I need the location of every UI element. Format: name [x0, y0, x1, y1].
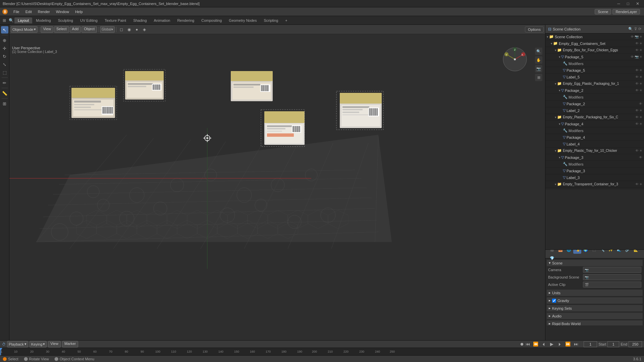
tab-texture-paint[interactable]: Texture Paint: [101, 17, 129, 23]
prop-tab-physics[interactable]: 🌊: [615, 250, 623, 254]
render-icon[interactable]: ☀: [639, 48, 643, 52]
solid-btn[interactable]: ◉: [125, 26, 133, 33]
next-frame-btn[interactable]: ⏩: [564, 341, 572, 348]
outliner-row[interactable]: ▾ 📁 Empty_Transparent_Container_for_3 👁 …: [545, 181, 644, 188]
render-icon[interactable]: ☀: [639, 82, 643, 85]
timeline-view-menu[interactable]: View: [48, 341, 61, 348]
tab-geometry-nodes[interactable]: Geometry Nodes: [225, 17, 260, 23]
tab-sculpting[interactable]: Sculpting: [55, 17, 76, 23]
render-layer-selector[interactable]: RenderLayer: [612, 9, 640, 14]
render-icon[interactable]: ☀: [639, 68, 643, 72]
outliner-row[interactable]: ▾ 📁 Empty_Plastic_Tray_for_10_Chicker 👁 …: [545, 147, 644, 154]
active-clip-value[interactable]: 🎬: [583, 282, 641, 288]
add-tool[interactable]: ⊞: [1, 100, 8, 107]
render-icon[interactable]: ☀: [639, 75, 643, 79]
prop-tab-modifier[interactable]: 🔧: [598, 250, 606, 254]
eye-icon[interactable]: 👁: [630, 35, 634, 39]
gravity-section-header[interactable]: ▸ Gravity: [547, 297, 643, 304]
prop-tab-view-layer[interactable]: 🌐: [565, 250, 573, 254]
background-scene-value[interactable]: 📷: [583, 274, 641, 280]
outliner-row[interactable]: ▽ Package_2 👁: [545, 101, 644, 107]
keying-sets-header[interactable]: ▸ Keying Sets: [547, 305, 643, 311]
tab-rendering[interactable]: Rendering: [174, 17, 198, 23]
viewport[interactable]: Object Mode ▾ View Select Add Object Glo…: [9, 25, 545, 340]
menu-file[interactable]: File: [11, 9, 22, 14]
outliner-row[interactable]: ▾ ▽ Package_1 👁: [545, 188, 644, 189]
timeline-bar[interactable]: 1 10 20 30 40 50 60 70 80 90 100 110 120…: [0, 348, 644, 355]
pan-icon[interactable]: ✋: [535, 56, 542, 64]
vp-add-menu[interactable]: Add: [70, 26, 81, 33]
outliner-row[interactable]: ▾ ▽ Package_3 👁: [545, 154, 644, 161]
prop-tab-constraints[interactable]: 🔗: [624, 250, 632, 254]
jump-end-btn[interactable]: ⏭: [572, 341, 580, 348]
start-frame-input[interactable]: [607, 341, 619, 347]
outliner-row[interactable]: ▽ Package_5 👁 ☀: [545, 67, 644, 74]
jump-start-btn[interactable]: ⏮: [524, 341, 531, 348]
camera-icon[interactable]: 📷: [634, 35, 639, 39]
menu-edit[interactable]: Edit: [23, 9, 35, 14]
outliner-row[interactable]: 🔧 Modifiers: [545, 60, 644, 67]
material-btn[interactable]: ●: [133, 26, 141, 33]
tab-scripting[interactable]: Scripting: [260, 17, 281, 23]
tab-compositing[interactable]: Compositing: [198, 17, 225, 23]
prev-keyframe-btn[interactable]: ⏴: [540, 341, 547, 348]
current-frame-input[interactable]: [584, 341, 597, 347]
outliner-row[interactable]: ▽ Label_2 👁 ☀: [545, 107, 644, 114]
vp-view-menu[interactable]: View: [41, 26, 53, 33]
render-icon[interactable]: ☀: [639, 182, 643, 186]
move-tool[interactable]: ✛: [1, 45, 8, 52]
outliner-row[interactable]: ▽ Label_5 👁 ☀: [545, 74, 644, 80]
close-btn[interactable]: ✕: [634, 1, 641, 6]
prop-tab-object[interactable]: ⬚: [590, 250, 598, 254]
keying-menu[interactable]: Keying ▾: [30, 341, 47, 348]
render-icon[interactable]: ☀: [639, 42, 643, 45]
outliner-row[interactable]: 🔧 Modifiers: [545, 127, 644, 134]
timeline-marker-menu[interactable]: Marker: [62, 341, 78, 348]
outliner-row[interactable]: ▾ ▽ Package_5 👁 📷 ☀: [545, 54, 644, 60]
eye-icon[interactable]: 👁: [635, 182, 639, 186]
outliner-content[interactable]: ▾ 📁 Scene Collection 👁 📷 ☀ ▾ 📁 Empty_Egg…: [545, 34, 644, 189]
units-section-header[interactable]: ▸ Units: [547, 290, 643, 296]
ortho-grid-icon[interactable]: ⊞: [535, 74, 542, 81]
blender-logo[interactable]: B: [1, 8, 9, 15]
eye-icon[interactable]: 👁: [630, 55, 634, 59]
eye-icon[interactable]: 👁: [639, 156, 643, 159]
render-icon[interactable]: ☀: [639, 122, 643, 126]
maximize-btn[interactable]: □: [625, 1, 631, 6]
next-keyframe-btn[interactable]: ⏵: [556, 341, 564, 348]
audio-section-header[interactable]: ▸ Audio: [547, 313, 643, 319]
camera-view-icon[interactable]: 📷: [535, 65, 542, 72]
eye-icon[interactable]: 👁: [635, 115, 639, 119]
menu-render[interactable]: Render: [35, 9, 53, 14]
playback-menu[interactable]: Playback ▾: [7, 341, 28, 348]
outliner-row[interactable]: ▾ 📁 Empty_Egg_Containers_Set 👁 ☀: [545, 40, 644, 47]
measure-tool[interactable]: 📏: [1, 89, 8, 97]
rotate-tool[interactable]: ↻: [1, 53, 8, 60]
outliner-row[interactable]: ▽ Package_3: [545, 168, 644, 174]
outliner-row[interactable]: ▾ 📁 Empty_Plastic_Packaging_for_Six_C 👁 …: [545, 114, 644, 121]
prop-tab-data[interactable]: 📐: [632, 250, 640, 254]
eye-icon[interactable]: 👁: [635, 68, 639, 72]
wireframe-btn[interactable]: ◻: [118, 26, 125, 33]
eye-icon[interactable]: 👁: [635, 82, 639, 85]
prop-tab-output[interactable]: 📤: [556, 250, 565, 254]
render-icon[interactable]: ☀: [639, 149, 643, 153]
rigid-body-world-header[interactable]: ▸ Rigid Body World: [547, 320, 643, 325]
gravity-checkbox[interactable]: [552, 299, 556, 303]
outliner-row[interactable]: ▽ Label_4: [545, 141, 644, 147]
eye-icon[interactable]: 👁: [635, 42, 639, 45]
eye-icon[interactable]: 👁: [635, 149, 639, 153]
global-local-toggle[interactable]: Global ▾: [100, 26, 115, 33]
outliner-row[interactable]: 🔧 Modifiers: [545, 94, 644, 101]
outliner-row[interactable]: ▾ ▽ Package_2 👁 ☀: [545, 87, 644, 94]
eye-icon[interactable]: 👁: [635, 88, 639, 92]
tab-layout[interactable]: Layout: [14, 17, 32, 23]
render-icon[interactable]: ☀: [639, 115, 643, 119]
tab-shading[interactable]: Shading: [130, 17, 150, 23]
outliner-row[interactable]: ▾ 📁 Empty_Egg_Plastic_Packaging_for_1 👁 …: [545, 80, 644, 87]
zoom-in-icon[interactable]: 🔍: [535, 48, 542, 55]
annotate-tool[interactable]: ✏: [1, 79, 8, 86]
navigation-gizmo[interactable]: X Y Z: [501, 46, 528, 73]
outliner-row[interactable]: ▽ Package_4: [545, 134, 644, 141]
select-tool[interactable]: ↖: [1, 26, 8, 34]
